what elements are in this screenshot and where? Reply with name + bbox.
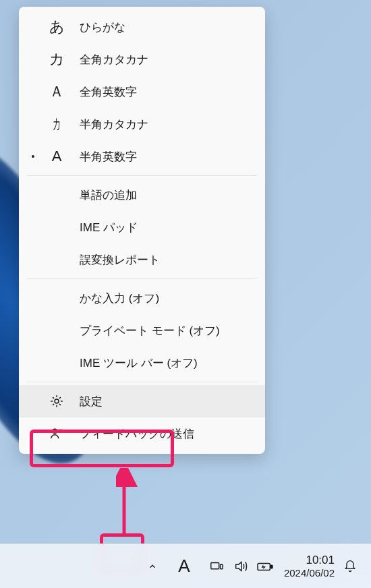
menu-item-halfwidth-katakana[interactable]: カ 半角カタカナ (19, 108, 265, 140)
volume-icon[interactable] (230, 556, 252, 577)
halfwidth-katakana-mode-icon: カ (43, 114, 70, 134)
menu-item-fullwidth-katakana[interactable]: カ 全角カタカナ (19, 43, 265, 76)
menu-label: 全角カタカナ (80, 52, 256, 67)
menu-item-halfwidth-alnum[interactable]: • A 半角英数字 (19, 140, 265, 173)
taskbar-ime-indicator[interactable]: A (168, 550, 200, 583)
menu-label: 誤変換レポート (80, 252, 256, 268)
selected-bullet: • (28, 151, 38, 162)
menu-label: プライベート モード (オフ) (80, 323, 256, 339)
annotation-arrow (116, 468, 143, 542)
menu-item-fullwidth-alnum[interactable]: Ａ 全角英数字 (19, 76, 265, 108)
svg-rect-4 (211, 562, 219, 568)
fullwidth-alnum-mode-icon: Ａ (43, 82, 70, 102)
menu-label: 設定 (80, 394, 256, 409)
menu-item-private-mode[interactable]: プライベート モード (オフ) (19, 314, 265, 347)
menu-separator (27, 382, 257, 382)
tray-overflow-chevron[interactable] (141, 555, 164, 578)
menu-item-kana-input[interactable]: かな入力 (オフ) (19, 282, 265, 314)
svg-point-0 (55, 399, 59, 403)
svg-marker-6 (236, 562, 241, 570)
menu-item-hiragana[interactable]: あ ひらがな (19, 11, 265, 43)
hiragana-mode-icon: あ (43, 17, 70, 37)
menu-separator (27, 278, 257, 279)
menu-item-add-word[interactable]: 単語の追加 (19, 179, 265, 211)
menu-item-ime-pad[interactable]: IME パッド (19, 211, 265, 243)
menu-item-settings[interactable]: 設定 (19, 385, 265, 417)
network-icon[interactable] (206, 556, 227, 577)
menu-label: 全角英数字 (80, 84, 256, 100)
taskbar: A 10:01 2024/06/02 (0, 543, 371, 588)
menu-item-ime-toolbar[interactable]: IME ツール バー (オフ) (19, 347, 265, 379)
menu-label: IME ツール バー (オフ) (80, 355, 256, 371)
svg-point-1 (53, 429, 57, 433)
menu-label: 半角英数字 (80, 149, 256, 165)
menu-item-misconversion-report[interactable]: 誤変換レポート (19, 243, 265, 276)
fullwidth-katakana-mode-icon: カ (43, 49, 70, 69)
svg-rect-5 (220, 564, 223, 568)
menu-label: フィードバックの送信 (80, 426, 256, 442)
feedback-icon (43, 426, 70, 441)
halfwidth-alnum-mode-icon: A (43, 148, 70, 165)
menu-label: ひらがな (80, 20, 256, 35)
menu-label: 単語の追加 (80, 187, 256, 203)
gear-icon (43, 394, 70, 409)
notifications-icon[interactable] (339, 560, 362, 573)
menu-separator (27, 175, 257, 176)
clock-time: 10:01 (284, 553, 335, 567)
menu-label: かな入力 (オフ) (80, 291, 256, 306)
ime-context-menu: あ ひらがな カ 全角カタカナ Ａ 全角英数字 カ 半角カタカナ • A 半角英… (19, 7, 265, 454)
menu-label: 半角カタカナ (80, 117, 256, 132)
svg-rect-8 (270, 565, 273, 568)
clock-date: 2024/06/02 (284, 567, 335, 580)
battery-icon[interactable] (254, 556, 276, 577)
menu-label: IME パッド (80, 220, 256, 235)
menu-item-feedback[interactable]: フィードバックの送信 (19, 417, 265, 450)
taskbar-clock[interactable]: 10:01 2024/06/02 (284, 553, 335, 580)
svg-marker-9 (261, 564, 265, 570)
